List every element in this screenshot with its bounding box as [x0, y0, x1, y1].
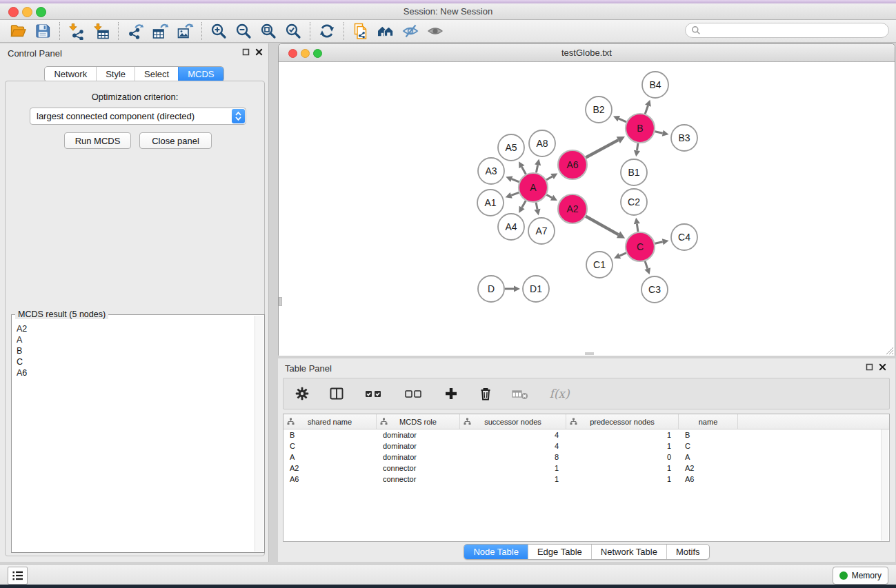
bird-eye-view-button[interactable] [425, 21, 446, 41]
column-view-button[interactable] [328, 385, 346, 403]
zoom-fit-button[interactable] [258, 21, 279, 41]
table-settings-button[interactable] [293, 385, 311, 403]
graph-edge-C-C2[interactable] [634, 218, 640, 232]
graph-edge-B-B2[interactable] [613, 116, 626, 122]
table-scrollbar[interactable] [881, 429, 888, 540]
graph-node-A2[interactable]: A2 [558, 194, 587, 223]
graph-edge-D-D1[interactable] [505, 285, 520, 292]
graph-node-C4[interactable]: C4 [671, 224, 697, 250]
graph-edge-C-C4[interactable] [655, 239, 668, 245]
result-item-a2[interactable]: A2 [17, 323, 255, 334]
network-canvas[interactable]: AA1A2A3A4A5A6A7A8BB1B2B3B4CC1C2C3C4DD1 [279, 62, 895, 356]
deselect-all-button[interactable] [402, 385, 426, 403]
result-item-a[interactable]: A [17, 334, 255, 345]
tab-node-table[interactable]: Node Table [464, 545, 528, 559]
hide-graphics-details-button[interactable] [400, 21, 421, 41]
graph-edge-A-A1[interactable] [506, 192, 519, 199]
save-session-button[interactable] [32, 21, 53, 41]
export-network-button[interactable] [125, 21, 146, 41]
delete-column-button[interactable] [477, 385, 495, 403]
graph-node-C1[interactable]: C1 [586, 252, 613, 278]
graph-node-B4[interactable]: B4 [642, 72, 668, 98]
memory-button[interactable]: Memory [833, 567, 888, 585]
close-panel-icon[interactable] [255, 48, 263, 56]
graph-node-B[interactable]: B [626, 114, 655, 143]
graph-node-D[interactable]: D [478, 276, 504, 302]
graph-edge-B-B4[interactable] [645, 100, 651, 114]
column-header-predecessor-nodes[interactable]: predecessor nodes [566, 414, 679, 429]
column-header-name[interactable]: name [679, 414, 738, 429]
column-header-successor-nodes[interactable]: successor nodes [460, 414, 566, 429]
table-row-a[interactable]: Adominator80A [283, 452, 889, 463]
tab-motifs[interactable]: Motifs [666, 545, 709, 559]
graph-node-A4[interactable]: A4 [498, 214, 524, 240]
resize-grip-icon[interactable] [884, 345, 894, 355]
graph-edge-A-A6[interactable] [546, 174, 557, 180]
window-titlebar[interactable]: Session: New Session [0, 3, 896, 20]
import-network-button[interactable] [66, 21, 87, 41]
graph-node-A1[interactable]: A1 [477, 190, 504, 216]
graph-edge-C-C1[interactable] [614, 253, 626, 258]
graph-node-C3[interactable]: C3 [641, 276, 668, 303]
graph-node-B3[interactable]: B3 [671, 125, 697, 151]
zoom-selected-button[interactable] [283, 21, 303, 41]
column-header-mcds-role[interactable]: MCDS role [377, 414, 460, 429]
close-panel-icon[interactable] [879, 363, 886, 371]
open-session-button[interactable] [8, 21, 28, 41]
zoom-in-button[interactable] [208, 21, 229, 41]
select-all-button[interactable] [362, 385, 386, 403]
close-panel-button[interactable]: Close panel [139, 132, 212, 149]
new-network-button[interactable] [350, 21, 371, 41]
graph-edge-A6-B[interactable] [586, 136, 625, 158]
graph-edge-A-A5[interactable] [519, 161, 526, 174]
result-item-a6[interactable]: A6 [17, 367, 255, 378]
graph-node-A5[interactable]: A5 [498, 134, 524, 161]
graph-node-D1[interactable]: D1 [523, 276, 549, 302]
table-row-a6[interactable]: A6connector11A6 [283, 474, 889, 485]
network-window-titlebar[interactable]: testGlobe.txt [279, 44, 895, 62]
criterion-dropdown[interactable]: largest connected component (directed) [30, 108, 246, 125]
graph-node-A7[interactable]: A7 [528, 218, 555, 244]
graph-edge-A-A3[interactable] [506, 176, 519, 182]
graph-edge-A-A4[interactable] [519, 201, 526, 213]
task-history-button[interactable] [8, 567, 28, 585]
tab-network-table[interactable]: Network Table [591, 545, 666, 559]
network-horizontal-scrollbar[interactable] [585, 352, 594, 355]
network-vertical-scrollbar[interactable] [279, 297, 282, 306]
tab-select[interactable]: Select [135, 67, 178, 81]
graph-node-A[interactable]: A [519, 173, 548, 202]
result-item-b[interactable]: B [17, 345, 255, 356]
tab-mcds[interactable]: MCDS [178, 67, 223, 81]
tab-edge-table[interactable]: Edge Table [528, 545, 591, 559]
tab-network[interactable]: Network [45, 67, 96, 81]
graph-node-C[interactable]: C [626, 232, 655, 261]
result-item-c[interactable]: C [17, 356, 255, 367]
run-mcds-button[interactable]: Run MCDS [64, 132, 131, 149]
result-scrollbar[interactable] [255, 316, 263, 551]
graph-edge-A-A2[interactable] [546, 195, 557, 201]
table-row-c[interactable]: Cdominator41C [283, 440, 889, 452]
zoom-out-button[interactable] [233, 21, 254, 41]
graph-node-B2[interactable]: B2 [586, 97, 612, 123]
graph-edge-C-C3[interactable] [644, 261, 650, 274]
apply-layout-button[interactable] [317, 21, 337, 41]
export-image-button[interactable] [175, 21, 195, 41]
tab-style[interactable]: Style [96, 67, 135, 81]
add-column-button[interactable] [442, 385, 460, 403]
graph-node-A8[interactable]: A8 [529, 130, 555, 156]
function-builder-button[interactable]: f(x) [546, 385, 573, 403]
delete-table-button[interactable] [511, 385, 529, 403]
graph-node-A3[interactable]: A3 [478, 158, 504, 184]
graph-edge-B-B3[interactable] [655, 130, 668, 136]
graph-edge-A2-C[interactable] [586, 216, 625, 239]
float-panel-icon[interactable] [866, 363, 873, 371]
graph-node-B1[interactable]: B1 [621, 159, 647, 185]
graph-edge-A-A7[interactable] [534, 203, 540, 216]
float-panel-icon[interactable] [242, 48, 250, 56]
column-header-shared-name[interactable]: shared name [283, 414, 377, 429]
search-field[interactable] [685, 23, 889, 38]
search-input[interactable] [704, 24, 888, 37]
graph-node-A6[interactable]: A6 [558, 150, 587, 179]
graph-node-C2[interactable]: C2 [621, 189, 647, 215]
export-table-button[interactable] [150, 21, 170, 41]
